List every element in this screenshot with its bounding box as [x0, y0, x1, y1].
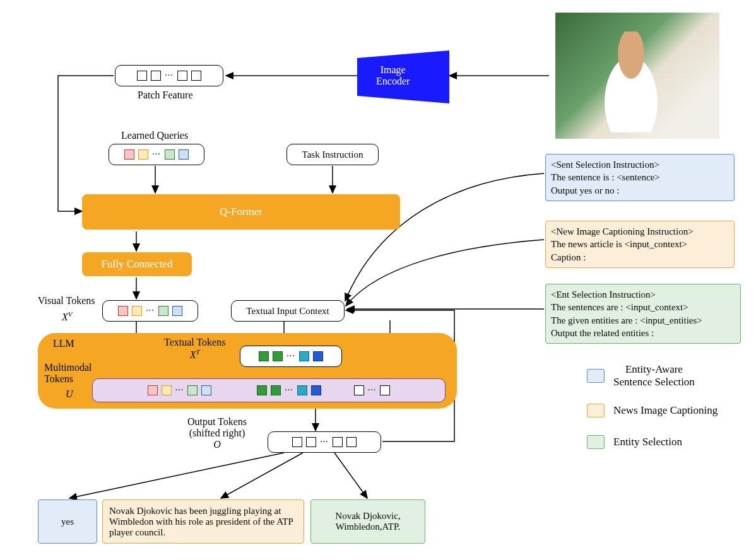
patch-feature-label: Patch Feature — [138, 90, 193, 101]
ent-selection-instruction: <Ent Selection Instruction> The sentence… — [545, 284, 741, 344]
learned-queries-tokens: ··· — [109, 144, 204, 165]
qformer-block: Q-Former — [82, 194, 400, 230]
visual-tokens-label: Visual Tokens — [38, 295, 95, 306]
learned-queries-label: Learned Queries — [121, 130, 188, 141]
task-instruction-box: Task Instruction — [286, 144, 379, 165]
input-image — [555, 13, 719, 139]
legend-entity-selection: Entity Selection — [587, 435, 682, 449]
visual-tokens-var: XV — [62, 310, 73, 323]
caption-instruction: <New Image Captioning Instruction> The n… — [545, 221, 735, 268]
llm-block: LLM Multimodal Tokens U Textual Tokens X… — [38, 333, 457, 409]
output-caption: Novak Djokovic has been juggling playing… — [102, 499, 304, 544]
visual-tokens-strip: ··· — [102, 300, 198, 322]
output-tokens-label: Output Tokens (shifted right) O — [173, 416, 261, 450]
output-tokens-strip: ··· — [268, 431, 381, 453]
multimodal-tokens-var: U — [66, 388, 73, 400]
fully-connected-block: Fully Connected — [82, 252, 192, 276]
textual-tokens-label: Textual Tokens XT — [164, 337, 225, 361]
image-encoder-label: Image Encoder — [376, 64, 410, 87]
llm-title: LLM — [53, 338, 74, 349]
task-instruction-label: Task Instruction — [302, 149, 363, 160]
patch-feature-tokens: ··· — [115, 65, 223, 86]
multimodal-tokens-strip: ··· ··· ··· — [92, 378, 446, 402]
legend-captioning: News Image Captioning — [587, 404, 718, 417]
output-yes: yes — [38, 499, 97, 544]
multimodal-tokens-label: Multimodal Tokens — [44, 362, 92, 385]
textual-tokens-strip: ··· — [240, 346, 342, 367]
sent-selection-instruction: <Sent Selection Instruction> The sentenc… — [545, 154, 735, 201]
output-entities: Novak Djokovic, Wimbledon,ATP. — [310, 499, 425, 544]
legend-entity-aware: Entity-Aware Sentence Selection — [587, 363, 695, 388]
textual-input-context-box: Textual Input Context — [231, 300, 345, 322]
